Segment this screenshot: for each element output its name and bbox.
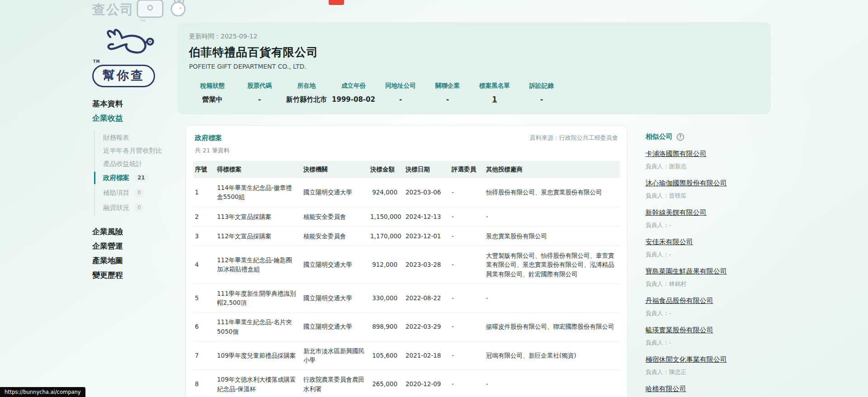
tenders-data-source: 資料來源：行政院公共工程委員會 [530,134,618,142]
col-agency: 決標機關 [302,161,369,178]
similar-company-item: 哈楴有限公司 負責人：尹家齊 [646,385,771,397]
cell-committee: - [451,226,485,246]
cell-date: 2020-12-09 [405,370,451,397]
similar-company-link[interactable]: 卡浦洛國際有限公司 [646,150,771,158]
cell-no: 2 [193,207,216,226]
similar-company-link[interactable]: 毓瑛實業股份有限公司 [646,326,771,334]
tenders-table: 序號 得標標案 決標機關 決標金額 決標日期 評選委員 其他投標廠商 1 1 [193,161,620,397]
count-badge: 0 [134,189,145,197]
company-stats-row: 稅籍狀態 營業中 股票代碼 - 所在地 新竹縣竹北市 成立年份 1999-08-… [189,82,759,104]
ghost-tm-mark: TM [140,19,146,23]
col-other-bidders: 其他投標廠商 [485,161,620,178]
stat-value: - [424,95,471,104]
stat-value: - [518,95,565,104]
similar-company-owner: 負責人：陳忠正 [646,368,771,376]
similar-company-owner: 負責人：- [646,339,771,347]
similar-company-item: 安佳禾有限公司 負責人：- [646,238,771,259]
col-date: 決標日期 [405,161,451,178]
stat-label: 股票代碼 [236,82,283,90]
company-stat: 訴訟記錄 - [518,82,565,104]
briefcase-rabbit-icon [135,0,193,21]
similar-companies-panel: 相似公司 ? 卡浦洛國際有限公司 負責人：謝新志 沐心瑜伽國際股份有限公司 負責… [646,125,771,397]
cell-agency: 國立陽明交通大學 [302,312,369,341]
cell-date: 2022-03-29 [405,312,451,341]
cell-agency: 核能安全委員會 [302,207,369,226]
similar-company-link[interactable]: 寶島菜園生鮮蔬果有限公司 [646,267,771,275]
cell-agency: 國立陽明交通大學 [302,246,369,284]
cell-no: 4 [193,246,216,284]
tender-row: 4 112年畢業生紀念品-鑰匙圈加冰箱貼禮盒組 國立陽明交通大學 912,000… [193,246,620,284]
stat-label: 稅籍狀態 [189,82,236,90]
cell-amount: 898,900 [369,312,405,341]
similar-companies-title: 相似公司 [646,132,673,141]
updated-time: 更新時間：2025-09-12 [189,33,759,41]
col-title: 得標標案 [216,161,302,178]
cell-committee: - [451,341,485,370]
stat-value[interactable]: 1 [471,95,518,104]
cell-committee: - [451,312,485,341]
tender-row: 2 113年文宣品採購案 核能安全委員會 1,150,000 2024-12-1… [193,207,620,226]
content-columns: 政府標案 資料來源：行政院公共工程委員會 共 21 筆資料 序號 得標標案 決標… [177,125,771,397]
cell-title: 113年文宣品採購案 [216,207,302,226]
cell-no: 5 [193,284,216,312]
rabbit-logo-icon [97,24,165,60]
similar-company-item: 寶島菜園生鮮蔬果有限公司 負責人：林銘村 [646,267,771,288]
subnav-item-label: 政府標案 [103,175,129,181]
col-no: 序號 [193,161,216,178]
company-stat: 股票代碼 - [236,82,283,104]
company-name: 伯菲特禮品百貨有限公司 [189,45,759,60]
similar-company-item: 極宿休閒文化事業有限公司 負責人：陳忠正 [646,355,771,376]
cell-date: 2021-02-18 [405,341,451,370]
cell-committee: - [451,207,485,226]
stat-label: 所在地 [283,82,330,90]
subnav-item-label: 融資狀況 [103,204,129,211]
similar-company-link[interactable]: 安佳禾有限公司 [646,238,771,246]
stat-value: - [236,95,283,104]
similar-company-item: 毓瑛實業股份有限公司 負責人：- [646,326,771,347]
cell-no: 8 [193,370,216,397]
cell-other-bidders: 揚曜皮件股份有限公司、聯宏國際股份有限公司 [485,312,620,341]
cell-other-bidders: - [485,207,620,226]
tenders-count: 共 21 筆資料 [193,147,620,155]
cell-title: 109年文德水利大樓落成購置紀念品-保溫杯 [216,370,302,397]
similar-company-link[interactable]: 哈楴有限公司 [646,385,771,393]
cell-title: 111學年度新生開學典禮識別帽2,500頂 [216,284,302,312]
cell-other-bidders: 大豐製版有限公司、怡得股份有限公司、葦萱實業有限公司、景忠實業股份有限公司、泓溥… [485,246,620,284]
cell-amount: 924,000 [369,178,405,207]
stat-value: - [377,95,424,104]
cell-no: 6 [193,312,216,341]
tender-row: 6 111年畢業生紀念品-名片夾5050個 國立陽明交通大學 898,900 2… [193,312,620,341]
help-icon[interactable]: ? [677,133,684,141]
similar-company-link[interactable]: 丹福食品股份有限公司 [646,297,771,305]
cell-amount: 912,000 [369,246,405,284]
similar-company-link[interactable]: 新幹線美饌有限公司 [646,208,771,217]
cell-no: 3 [193,226,216,246]
cell-amount: 330,000 [369,284,405,312]
cell-committee: - [451,178,485,207]
tenders-table-header: 序號 得標標案 決標機關 決標金額 決標日期 評選委員 其他投標廠商 [193,161,620,178]
company-stat: 成立年份 1999-08-02 [330,82,377,104]
similar-company-owner: 負責人：林銘村 [646,280,771,288]
logo-wordmark[interactable]: 幫你查 [92,65,155,87]
cell-amount: 105,600 [369,341,405,370]
similar-company-link[interactable]: 極宿休閒文化事業有限公司 [646,355,771,364]
cell-committee: - [451,246,485,284]
col-committee: 評選委員 [451,161,485,178]
cell-other-bidders: 冠鳴有限公司、新巨企業社(獨資) [485,341,620,370]
subnav-item-label: 產品收益統計 [103,161,142,167]
similar-company-link[interactable]: 沐心瑜伽國際股份有限公司 [646,179,771,187]
count-badge: 21 [134,174,149,182]
cell-date: 2023-03-28 [405,246,451,284]
tenders-section-title: 政府標案 [195,134,222,142]
subnav-item-label: 補助項目 [103,189,129,196]
company-stat: 所在地 新竹縣竹北市 [283,82,330,104]
similar-company-owner: 負責人：- [646,250,771,259]
similar-company-item: 新幹線美饌有限公司 負責人：- [646,208,771,229]
cell-other-bidders: 景忠實業股份有限公司 [485,226,620,246]
company-stat: 關聯企業 - [424,82,471,104]
stat-label: 成立年份 [330,82,377,90]
stat-label: 同地址公司 [377,82,424,90]
stat-value: 1999-08-02 [330,95,377,104]
cell-title: 109學年度兒童節禮品採購案 [216,341,302,370]
cell-committee: - [451,284,485,312]
